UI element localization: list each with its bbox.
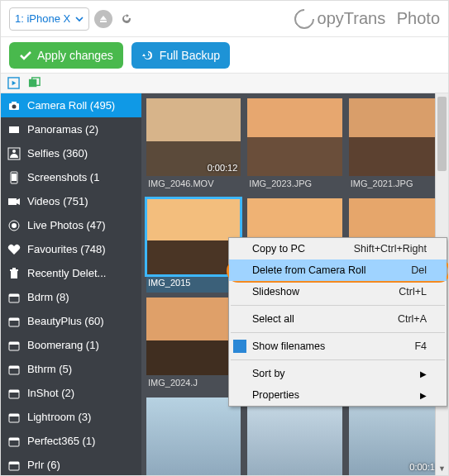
photo-cell[interactable]: IMG_2024.J: [146, 298, 241, 393]
eject-icon[interactable]: [94, 10, 112, 28]
album-icon: [7, 459, 21, 472]
menu-item-show-filenames[interactable]: Show filenamesF4: [229, 336, 447, 357]
device-label: 1: iPhone X: [15, 12, 70, 25]
photo-cell[interactable]: IMG_1977.JPG: [247, 397, 342, 475]
menu-item-label: Properties: [252, 389, 299, 401]
menu-item-properties[interactable]: Properties▶: [229, 384, 447, 406]
check-icon: [233, 340, 246, 353]
sidebar-item-12[interactable]: InShot (2): [1, 381, 141, 405]
menu-item-label: Delete from Camera Roll: [252, 264, 366, 276]
svg-rect-11: [8, 198, 17, 205]
apply-changes-button[interactable]: Apply changes: [9, 42, 123, 69]
sidebar-item-label: Boomerang (1): [27, 339, 99, 351]
camera-icon: [7, 99, 21, 112]
sidebar-item-5[interactable]: Live Photos (47): [1, 213, 141, 237]
sidebar-item-label: Screenshots (1: [27, 171, 99, 183]
menu-separator: [231, 305, 445, 306]
menu-item-label: Show filenames: [252, 340, 325, 352]
play-square-icon[interactable]: [7, 77, 20, 89]
sidebar-item-label: Live Photos (47): [27, 219, 106, 231]
device-select[interactable]: 1: iPhone X: [9, 7, 89, 31]
sidebar-item-label: Bdrm (8): [27, 291, 69, 303]
photo-cell[interactable]: 0:00:12IMG_1990.MOV: [349, 397, 443, 475]
menu-separator: [231, 359, 445, 360]
duration-label: 0:00:12: [208, 163, 238, 173]
shortcut-label: Ctrl+L: [399, 286, 427, 298]
sidebar-item-label: BeautyPlus (60): [27, 315, 104, 327]
filename-label: IMG_2015: [146, 275, 241, 293]
menu-item-copy-to-pc[interactable]: Copy to PCShift+Ctrl+Right: [229, 238, 447, 259]
sidebar-item-9[interactable]: BeautyPlus (60): [1, 309, 141, 333]
svg-rect-4: [12, 102, 17, 104]
refresh-icon[interactable]: [117, 10, 136, 28]
sidebar-item-label: Selfies (360): [27, 147, 88, 159]
svg-rect-10: [12, 174, 17, 181]
sidebar-item-label: InShot (2): [27, 387, 74, 399]
sidebar-item-1[interactable]: Panoramas (2): [1, 117, 141, 141]
sidebar-item-label: Camera Roll (495): [27, 99, 115, 112]
sidebar-item-label: Perfect365 (1): [27, 435, 95, 447]
shortcut-label: F4: [414, 340, 427, 352]
svg-rect-20: [9, 318, 19, 321]
brand-c-icon: [290, 5, 318, 33]
menu-item-label: Sort by: [252, 368, 285, 379]
scrollbar-thumb[interactable]: [437, 97, 447, 171]
svg-rect-24: [9, 366, 19, 369]
menu-item-delete-from-camera-roll[interactable]: Delete from Camera RollDel: [229, 259, 447, 281]
sidebar-item-6[interactable]: Favourites (748): [1, 237, 141, 261]
svg-rect-28: [9, 414, 19, 416]
sidebar-item-2[interactable]: Selfies (360): [1, 141, 141, 165]
svg-point-7: [12, 150, 16, 153]
photo-cell[interactable]: IMG_2021.JPG: [349, 98, 443, 193]
menu-item-select-all[interactable]: Select allCtrl+A: [229, 308, 447, 330]
svg-rect-22: [9, 342, 19, 345]
scroll-down-icon[interactable]: ▼: [436, 462, 448, 475]
svg-point-5: [12, 104, 17, 108]
sidebar-item-13[interactable]: Lightroom (3): [1, 405, 141, 429]
sidebar-item-8[interactable]: Bdrm (8): [1, 285, 141, 309]
sidebar-item-11[interactable]: Bthrm (5): [1, 357, 141, 381]
album-icon: [7, 315, 21, 328]
sidebar-item-0[interactable]: Camera Roll (495): [1, 93, 141, 117]
svg-rect-15: [10, 269, 18, 271]
shortcut-label: Ctrl+A: [398, 313, 427, 325]
chevron-down-icon: [75, 15, 84, 23]
sidebar-item-14[interactable]: Perfect365 (1): [1, 429, 141, 453]
sidebar-item-4[interactable]: Videos (751): [1, 189, 141, 213]
full-backup-button[interactable]: Full Backup: [131, 42, 230, 69]
chevron-right-icon: ▶: [420, 391, 427, 400]
video-icon: [7, 195, 21, 208]
filename-label: IMG_2021.JPG: [349, 176, 443, 193]
chevron-right-icon: ▶: [420, 369, 427, 378]
svg-rect-6: [9, 126, 19, 133]
context-menu: Copy to PCShift+Ctrl+RightDelete from Ca…: [228, 237, 447, 407]
menu-item-sort-by[interactable]: Sort by▶: [229, 363, 447, 384]
menu-item-slideshow[interactable]: SlideshowCtrl+L: [229, 281, 447, 302]
gallery-icon[interactable]: [28, 77, 41, 89]
sidebar-item-7[interactable]: Recently Delet...: [1, 261, 141, 285]
sidebar-item-label: Bthrm (5): [27, 363, 72, 375]
sidebar-item-label: Recently Delet...: [27, 267, 106, 279]
photo-cell[interactable]: IMG_2023.JPG: [247, 98, 342, 193]
album-sidebar: Camera Roll (495)Panoramas (2)Selfies (3…: [1, 93, 141, 475]
sidebar-item-label: Videos (751): [27, 195, 88, 207]
check-icon: [19, 49, 32, 62]
photo-gallery: 0:00:12IMG_2046.MOVIMG_2023.JPGIMG_2021.…: [141, 93, 448, 475]
album-icon: [7, 339, 21, 352]
photo-cell[interactable]: IMG_2015: [146, 198, 241, 293]
sidebar-item-3[interactable]: Screenshots (1: [1, 165, 141, 189]
filename-label: IMG_2024.J: [146, 375, 241, 393]
sidebar-item-10[interactable]: Boomerang (1): [1, 333, 141, 357]
filename-label: IMG_2023.JPG: [247, 176, 342, 193]
album-icon: [7, 291, 21, 304]
menu-separator: [231, 332, 445, 333]
pano-icon: [7, 123, 21, 136]
album-icon: [7, 411, 21, 424]
photo-cell[interactable]: 0:00:12IMG_2046.MOV: [146, 98, 241, 193]
svg-rect-30: [9, 438, 19, 440]
svg-rect-18: [9, 294, 19, 297]
svg-rect-16: [12, 268, 16, 269]
photo-cell[interactable]: IMG_1984.JPG: [146, 397, 241, 475]
sidebar-item-15[interactable]: Prlr (6): [1, 453, 141, 475]
live-icon: [7, 219, 21, 232]
